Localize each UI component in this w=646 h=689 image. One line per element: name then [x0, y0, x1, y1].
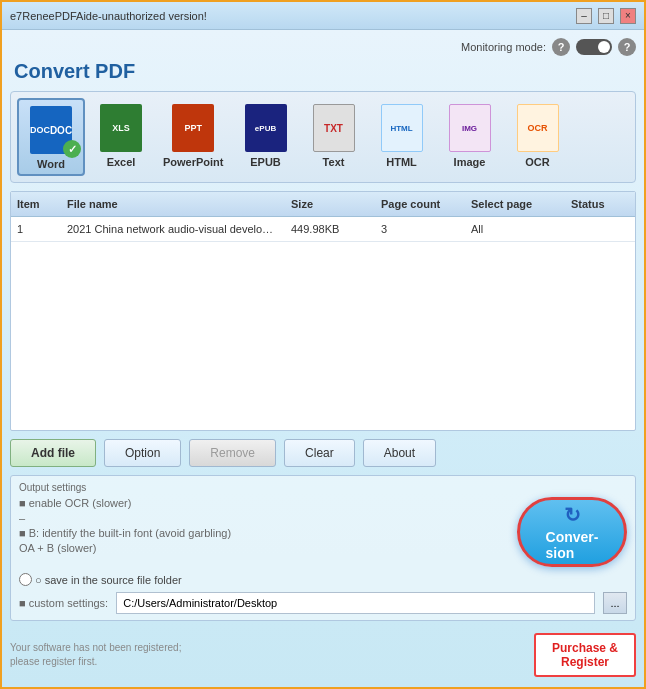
save-source-label: ○ save in the source file folder — [35, 574, 182, 586]
ocr-row4: OA + B (slower) — [19, 542, 501, 554]
word-checkmark: ✓ — [63, 140, 81, 158]
col-filename: File name — [61, 196, 285, 212]
main-window: e7ReneePDFAide-unauthorized version! – □… — [0, 0, 646, 689]
ocr-enable-label: ■ enable OCR (slower) — [19, 497, 131, 509]
col-item: Item — [11, 196, 61, 212]
format-excel-icon: XLS — [95, 102, 147, 154]
monitoring-help2[interactable]: ? — [618, 38, 636, 56]
col-size: Size — [285, 196, 375, 212]
ocr-section: ■ enable OCR (slower) – ■ B: identify th… — [19, 497, 627, 567]
monitoring-bar: Monitoring mode: ? ? — [10, 38, 636, 56]
cell-status — [565, 221, 635, 237]
img-icon: IMG — [449, 104, 491, 152]
format-ocr-label: OCR — [525, 156, 549, 168]
format-excel[interactable]: XLS Excel — [89, 98, 153, 176]
format-html-label: HTML — [386, 156, 417, 168]
format-image-label: Image — [454, 156, 486, 168]
window-title: e7ReneePDFAide-unauthorized version! — [10, 10, 207, 22]
browse-button[interactable]: ... — [603, 592, 627, 614]
ocr-icon: OCR — [517, 104, 559, 152]
ppt-icon: PPT — [172, 104, 214, 152]
ocr-row3: ■ B: identify the built-in font (avoid g… — [19, 527, 501, 539]
cell-selectpage: All — [465, 221, 565, 237]
format-image[interactable]: IMG Image — [438, 98, 502, 176]
format-powerpoint[interactable]: PPT PowerPoint — [157, 98, 230, 176]
clear-button[interactable]: Clear — [284, 439, 355, 467]
purchase-line1: Purchase & — [552, 641, 618, 655]
table-row[interactable]: 1 2021 China network audio-visual develo… — [11, 217, 635, 242]
xls-icon: XLS — [100, 104, 142, 152]
custom-settings-label: ■ custom settings: — [19, 597, 108, 609]
output-title: Output settings — [19, 482, 627, 493]
monitoring-help1[interactable]: ? — [552, 38, 570, 56]
register-text: Your software has not been registered; p… — [10, 641, 181, 669]
file-table: Item File name Size Page count Select pa… — [10, 191, 636, 431]
format-bar: DOC ✓ Word XLS Excel PPT PowerPoint — [10, 91, 636, 183]
purchase-register-button[interactable]: Purchase & Register — [534, 633, 636, 677]
format-ocr-icon: OCR — [512, 102, 564, 154]
app-title: Convert PDF — [10, 60, 636, 83]
close-button[interactable]: × — [620, 8, 636, 24]
format-epub[interactable]: ePUB EPUB — [234, 98, 298, 176]
ocr-sub3: OA + B (slower) — [19, 542, 96, 554]
cell-pagecount: 3 — [375, 221, 465, 237]
save-source-input[interactable] — [19, 573, 32, 586]
remove-button[interactable]: Remove — [189, 439, 276, 467]
html-icon: HTML — [381, 104, 423, 152]
main-content: Monitoring mode: ? ? Convert PDF DOC ✓ W… — [2, 30, 644, 687]
register-line1: Your software has not been registered; — [10, 642, 181, 653]
convert-icon: ↻ — [564, 503, 581, 527]
save-row: ○ save in the source file folder — [19, 573, 627, 586]
minimize-button[interactable]: – — [576, 8, 592, 24]
footer: Your software has not been registered; p… — [10, 629, 636, 679]
ocr-sub2: ■ B: identify the built-in font (avoid g… — [19, 527, 231, 539]
monitoring-toggle[interactable] — [576, 39, 612, 55]
about-button[interactable]: About — [363, 439, 436, 467]
format-excel-label: Excel — [107, 156, 136, 168]
option-button[interactable]: Option — [104, 439, 181, 467]
ocr-row2: – — [19, 512, 501, 524]
format-text-label: Text — [323, 156, 345, 168]
col-pagecount: Page count — [375, 196, 465, 212]
format-text[interactable]: TXT Text — [302, 98, 366, 176]
txt-icon: TXT — [313, 104, 355, 152]
format-img-icon: IMG — [444, 102, 496, 154]
action-bar: Add file Option Remove Clear About — [10, 439, 636, 467]
register-line2: please register first. — [10, 656, 97, 667]
monitoring-label: Monitoring mode: — [461, 41, 546, 53]
ocr-left: ■ enable OCR (slower) – ■ B: identify th… — [19, 497, 501, 557]
save-source-radio[interactable]: ○ save in the source file folder — [19, 573, 182, 586]
cell-item: 1 — [11, 221, 61, 237]
title-bar: e7ReneePDFAide-unauthorized version! – □… — [2, 2, 644, 30]
purchase-line2: Register — [561, 655, 609, 669]
path-input[interactable] — [116, 592, 595, 614]
format-ppt-label: PowerPoint — [163, 156, 224, 168]
cell-size: 449.98KB — [285, 221, 375, 237]
convert-label: Conver-sion — [546, 529, 599, 561]
maximize-button[interactable]: □ — [598, 8, 614, 24]
epub-icon: ePUB — [245, 104, 287, 152]
ocr-row1: ■ enable OCR (slower) — [19, 497, 501, 509]
custom-path-row: ■ custom settings: ... — [19, 592, 627, 614]
format-txt-icon: TXT — [308, 102, 360, 154]
ocr-sub1: – — [19, 512, 25, 524]
format-html-icon: HTML — [376, 102, 428, 154]
format-ocr[interactable]: OCR OCR — [506, 98, 570, 176]
format-ppt-icon: PPT — [167, 102, 219, 154]
table-header: Item File name Size Page count Select pa… — [11, 192, 635, 217]
format-html[interactable]: HTML HTML — [370, 98, 434, 176]
window-controls: – □ × — [576, 8, 636, 24]
format-epub-icon: ePUB — [240, 102, 292, 154]
col-selectpage: Select page — [465, 196, 565, 212]
output-settings: Output settings ■ enable OCR (slower) – … — [10, 475, 636, 621]
col-status: Status — [565, 196, 635, 212]
cell-filename: 2021 China network audio-visual developm… — [61, 221, 285, 237]
add-file-button[interactable]: Add file — [10, 439, 96, 467]
format-epub-label: EPUB — [250, 156, 281, 168]
format-word-label: Word — [37, 158, 65, 170]
format-word-icon: DOC ✓ — [25, 104, 77, 156]
convert-button[interactable]: ↻ Conver-sion — [517, 497, 627, 567]
format-word[interactable]: DOC ✓ Word — [17, 98, 85, 176]
